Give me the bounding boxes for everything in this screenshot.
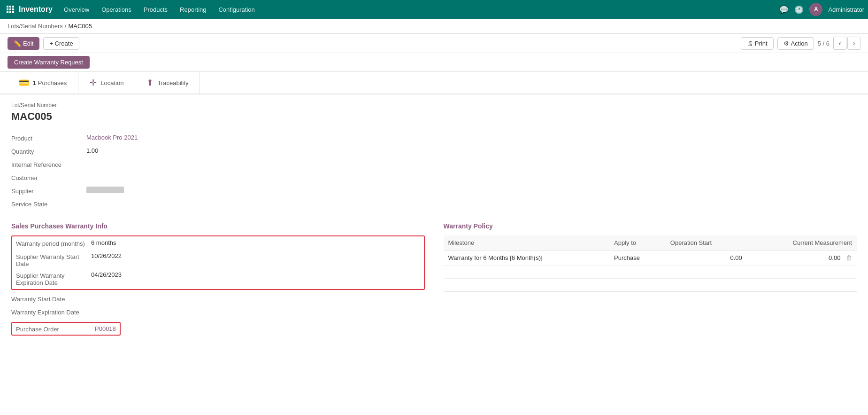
warranty-start-row: Warranty Start Date [11,293,425,306]
supplier-value: ████ [86,187,124,193]
svg-rect-5 [12,8,14,10]
warranty-policy-section: Warranty Policy Milestone Apply to Opera… [444,222,857,336]
supplier-label: Supplier [11,187,86,195]
gear-icon: ⚙ [784,40,789,47]
svg-rect-2 [12,6,14,8]
credit-card-icon: 💳 [19,78,29,88]
action-bar: Create Warranty Request [0,53,868,72]
warranty-period-row: Warranty period (months) 6 months [12,237,424,251]
internal-ref-row: Internal Reference [11,158,857,172]
nav-products[interactable]: Products [138,3,173,16]
supplier-warranty-start-label: Supplier Warranty Start Date [16,252,91,267]
top-navigation: Inventory Overview Operations Products R… [0,0,868,19]
warranty-period-label: Warranty period (months) [16,239,91,247]
warranty-policy-title: Warranty Policy [444,222,857,230]
quantity-value: 1.00 [86,147,98,154]
next-button[interactable]: › [847,37,860,50]
nav-configuration[interactable]: Configuration [213,3,260,16]
form-section-title: Lot/Serial Number [11,102,857,109]
print-icon: 🖨 [747,40,753,47]
two-column-section: Sales Purchases Warranty Info Warranty p… [11,222,857,336]
supplier-warranty-start-value: 10/26/2022 [91,252,122,259]
quantity-row: Quantity 1.00 [11,145,857,158]
purchase-order-label: Purchase Order [16,325,91,333]
traceability-icon: ⬆ [146,78,154,88]
svg-rect-6 [7,11,8,13]
action-button[interactable]: ⚙ Action [777,37,814,50]
supplier-warranty-exp-label: Supplier Warranty Expiration Date [16,271,91,286]
purchase-order-value[interactable]: P00018 [95,325,116,332]
create-warranty-button[interactable]: Create Warranty Request [8,56,90,69]
svg-rect-1 [9,6,11,8]
location-smart-button[interactable]: ✛ Location [78,72,135,94]
supplier-warranty-exp-value: 04/26/2023 [91,271,122,278]
app-title: Inventory [19,5,53,14]
product-value[interactable]: Macbook Pro 2021 [86,134,138,141]
print-button[interactable]: 🖨 Print [741,37,774,50]
nav-right: 💬 🕐 A Administrator [779,3,864,16]
product-row: Product Macbook Pro 2021 [11,132,857,145]
service-state-row: Service State [11,198,857,211]
internal-ref-label: Internal Reference [11,160,86,168]
warranty-exp-row: Warranty Expiration Date [11,306,425,319]
supplier-row: Supplier ████ [11,185,857,198]
col-operation-start: Operation Start [666,235,747,251]
warranty-start-label: Warranty Start Date [11,295,86,303]
main-content: Lot/Serial Number MAC005 Product Macbook… [0,94,868,343]
traceability-smart-button[interactable]: ⬆ Traceability [135,72,200,94]
supplier-warranty-exp-row: Supplier Warranty Expiration Date 04/26/… [12,269,424,288]
avatar[interactable]: A [809,3,822,16]
row-milestone: Warranty for 6 Months [6 Month(s)] [444,251,610,266]
warranty-period-value: 6 months [91,239,116,246]
prev-button[interactable]: ‹ [833,37,846,50]
clock-icon[interactable]: 🕐 [794,5,804,14]
service-state-label: Service State [11,200,86,208]
purchase-order-group: Purchase Order P00018 [11,322,121,336]
product-label: Product [11,134,86,142]
svg-rect-0 [7,6,8,8]
warranty-info-section: Sales Purchases Warranty Info Warranty p… [11,222,425,336]
apps-menu-icon[interactable] [4,3,17,16]
supplier-warranty-start-row: Supplier Warranty Start Date 10/26/2022 [12,251,424,269]
nav-operations[interactable]: Operations [96,3,137,16]
col-milestone: Milestone [444,235,610,251]
warranty-policy-table: Milestone Apply to Operation Start Curre… [444,235,857,292]
col-apply-to: Apply to [609,235,666,251]
breadcrumb-current: MAC005 [68,23,92,30]
pagination: 5 / 6 [818,40,830,47]
nav-items: Overview Operations Products Reporting C… [58,3,777,16]
svg-rect-4 [9,8,11,10]
purchases-smart-button[interactable]: 💳 1 Purchases [8,72,78,94]
customer-label: Customer [11,173,86,181]
location-icon: ✛ [90,78,97,88]
edit-button[interactable]: ✏️ Edit [8,37,39,50]
row-apply-to: Purchase [609,251,666,266]
row-operation-start: 0.00 [666,251,747,266]
toolbar-right: 5 / 6 ‹ › [818,37,860,50]
delete-icon[interactable]: 🗑 [846,254,852,261]
chat-icon[interactable]: 💬 [779,5,789,14]
row-current-measurement: 0.00 🗑 [747,251,857,266]
customer-row: Customer [11,172,857,185]
create-button[interactable]: + Create [43,37,79,50]
col-current-measurement: Current Measurement [747,235,857,251]
edit-icon: ✏️ [14,40,21,47]
nav-reporting[interactable]: Reporting [174,3,212,16]
table-row: Warranty for 6 Months [6 Month(s)] Purch… [444,251,857,266]
svg-rect-8 [12,11,14,13]
lot-number-title: MAC005 [11,110,857,123]
table-header-row: Milestone Apply to Operation Start Curre… [444,235,857,251]
warranty-info-title: Sales Purchases Warranty Info [11,222,425,230]
breadcrumb: Lots/Serial Numbers / MAC005 [0,19,868,34]
empty-row-1 [444,266,857,279]
quantity-label: Quantity [11,147,86,155]
admin-name: Administrator [828,6,864,13]
smart-buttons-row: 💳 1 Purchases ✛ Location ⬆ Traceability [0,72,868,94]
warranty-exp-label: Warranty Expiration Date [11,308,86,316]
svg-rect-3 [7,8,8,10]
breadcrumb-parent[interactable]: Lots/Serial Numbers [8,23,63,30]
toolbar: ✏️ Edit + Create 🖨 Print ⚙ Action 5 / 6 … [0,34,868,53]
nav-overview[interactable]: Overview [58,3,95,16]
highlighted-warranty-group: Warranty period (months) 6 months Suppli… [11,235,425,290]
empty-row-2 [444,279,857,292]
